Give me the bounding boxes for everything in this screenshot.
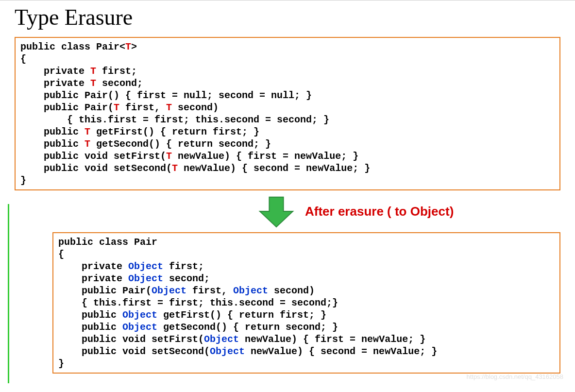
code-text: newValue) { second = newValue; }	[245, 346, 437, 357]
code-text: public void setSecond(	[20, 163, 172, 174]
code-text: first,	[186, 285, 233, 296]
code-text: public void setFirst(	[20, 151, 166, 162]
code-text: private	[20, 78, 90, 89]
code-text: public void setFirst(	[58, 334, 204, 345]
code-text: getFirst() { return first; }	[157, 309, 326, 321]
code-text: getFirst() { return first; }	[90, 126, 259, 137]
erased-type: Object	[128, 273, 163, 284]
down-arrow-icon	[257, 194, 295, 228]
code-text: public void setSecond(	[58, 346, 210, 357]
after-erasure-label: After erasure ( to Object)	[305, 204, 454, 219]
code-text: newValue) { first = newValue; }	[239, 334, 425, 345]
code-text: public	[58, 309, 122, 321]
generic-type: T	[125, 41, 131, 52]
code-text: second)	[172, 102, 219, 113]
arrow-row: After erasure ( to Object)	[15, 194, 560, 228]
code-text: { this.first = first; this.second = seco…	[58, 297, 338, 308]
code-after-erasure: public class Pair { private Object first…	[52, 232, 560, 374]
code-text: public class Pair<	[20, 41, 125, 52]
generic-type: T	[90, 66, 96, 77]
erased-type: Object	[128, 261, 163, 272]
code-text: public class Pair	[58, 237, 157, 248]
green-vertical-bar	[8, 204, 9, 383]
code-before-erasure: public class Pair<T> { private T first; …	[15, 37, 560, 190]
code-text: { this.first = first; this.second = seco…	[20, 114, 329, 125]
code-text: public Pair() { first = null; second = n…	[20, 90, 312, 101]
erased-type: Object	[122, 322, 157, 333]
slide-page: Type Erasure public class Pair<T> { priv…	[0, 0, 575, 383]
code-text: public Pair(	[20, 102, 114, 113]
erased-type: Object	[204, 334, 239, 345]
page-title: Type Erasure	[15, 4, 560, 30]
code-text: second;	[96, 78, 143, 89]
code-text: {	[20, 53, 26, 65]
code-text: second;	[163, 273, 210, 284]
code-text: second)	[268, 285, 315, 296]
code-text: getSecond() { return second; }	[90, 138, 271, 150]
generic-type: T	[114, 102, 119, 113]
code-text: private	[58, 261, 128, 272]
code-text: first;	[163, 261, 204, 272]
code-text: first,	[119, 102, 166, 113]
code-text: public	[58, 322, 122, 333]
generic-type: T	[166, 102, 172, 113]
svg-marker-0	[260, 197, 293, 227]
generic-type: T	[172, 163, 178, 174]
erased-type: Object	[122, 309, 157, 321]
erased-type: Object	[210, 346, 245, 357]
generic-type: T	[166, 151, 172, 162]
erased-type: Object	[152, 285, 186, 296]
generic-type: T	[90, 78, 96, 89]
code-text: getSecond() { return second; }	[157, 322, 338, 333]
code-text: first;	[96, 66, 137, 77]
code-text: public	[20, 126, 85, 137]
code-text: public Pair(	[58, 285, 152, 296]
code-text: {	[58, 249, 64, 260]
code-text: >	[131, 41, 137, 52]
generic-type: T	[85, 126, 90, 137]
code-text: }	[58, 358, 64, 369]
code-text: newValue) { first = newValue; }	[172, 151, 358, 162]
code-text: }	[20, 175, 26, 186]
code-text: private	[20, 66, 90, 77]
generic-type: T	[85, 138, 90, 150]
erased-type: Object	[233, 285, 268, 296]
code-text: public	[20, 138, 85, 150]
code-text: newValue) { second = newValue; }	[178, 163, 370, 174]
code-text: private	[58, 273, 128, 284]
